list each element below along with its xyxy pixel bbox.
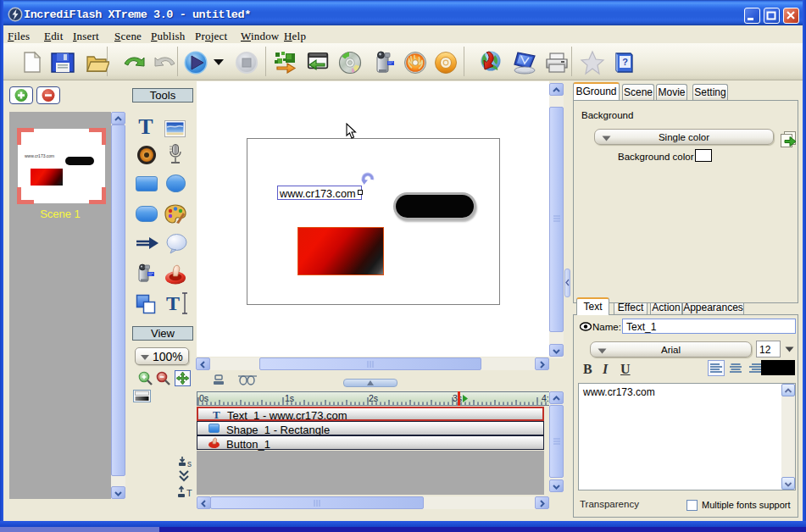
svg-text:T: T [186,488,192,498]
svg-text:s: s [187,459,192,468]
svg-text:?: ? [622,57,628,67]
